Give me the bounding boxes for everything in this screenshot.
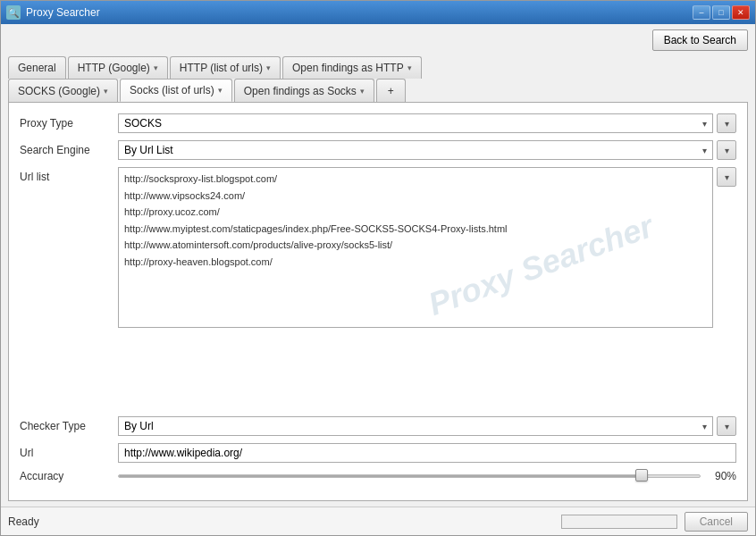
list-item: http://www.myiptest.com/staticpages/inde…	[124, 222, 707, 238]
url-list-control: http://socksproxy-list.blogspot.com/ htt…	[118, 167, 736, 328]
progress-bar	[561, 515, 677, 529]
proxy-type-control: SOCKS ▾ ▾	[118, 113, 736, 133]
list-item: http://proxy.ucoz.com/	[124, 205, 707, 221]
app-icon: 🔍	[6, 5, 21, 20]
minimize-button[interactable]: –	[693, 5, 710, 20]
tab-add[interactable]: +	[376, 79, 406, 102]
tab-open-http[interactable]: Open findings as HTTP ▾	[282, 56, 422, 79]
checker-type-dropdown-btn[interactable]: ▾	[717, 416, 736, 436]
window-title: Proxy Searcher	[26, 6, 100, 19]
status-right: Cancel	[561, 512, 748, 532]
checker-type-label: Checker Type	[20, 420, 118, 432]
search-engine-control: By Url List ▾ ▾	[118, 140, 736, 160]
chevron-down-icon: ▾	[266, 63, 271, 72]
search-engine-select[interactable]: By Url List ▾	[118, 140, 713, 160]
dropdown-arrow-icon: ▾	[702, 146, 707, 155]
tab-socks-google[interactable]: SOCKS (Google) ▾	[8, 79, 118, 102]
content-area: Back to Search General HTTP (Google) ▾ H…	[1, 24, 755, 501]
url-list-textarea[interactable]: http://socksproxy-list.blogspot.com/ htt…	[118, 167, 713, 328]
proxy-type-row: Proxy Type SOCKS ▾ ▾	[20, 113, 736, 133]
url-row: Url	[20, 443, 736, 463]
chevron-down-icon: ▾	[154, 63, 158, 72]
chevron-down-icon: ▾	[360, 87, 365, 96]
dropdown-arrow-icon: ▾	[702, 119, 707, 129]
tab-socks-urls[interactable]: Socks (list of urls) ▾	[120, 79, 232, 102]
main-window: 🔍 Proxy Searcher – □ ✕ Back to Search Ge…	[0, 0, 756, 536]
accuracy-label: Accuracy	[20, 470, 118, 482]
slider-thumb[interactable]	[635, 469, 648, 482]
checker-type-select[interactable]: By Url ▾	[118, 416, 713, 436]
top-bar: Back to Search	[8, 29, 748, 51]
chevron-down-icon: ▾	[218, 86, 223, 95]
back-to-search-button[interactable]: Back to Search	[652, 29, 748, 51]
url-label: Url	[20, 447, 118, 459]
accuracy-slider-wrap: 90%	[118, 470, 736, 482]
status-text: Ready	[8, 515, 39, 528]
tab-open-socks[interactable]: Open findings as Socks ▾	[234, 79, 374, 102]
status-bar: Ready Cancel	[1, 507, 755, 535]
url-list-row: Url list http://socksproxy-list.blogspot…	[20, 167, 736, 409]
list-item: http://socksproxy-list.blogspot.com/	[124, 172, 707, 188]
tab-http-urls[interactable]: HTTP (list of urls) ▾	[170, 56, 281, 79]
dropdown-arrow-icon: ▾	[702, 422, 707, 431]
slider-fill	[119, 475, 642, 477]
tab-http-google[interactable]: HTTP (Google) ▾	[68, 56, 168, 79]
search-engine-dropdown-btn[interactable]: ▾	[717, 140, 736, 160]
list-item: http://proxy-heaven.blogspot.com/	[124, 255, 707, 271]
accuracy-slider[interactable]	[118, 474, 701, 478]
proxy-type-dropdown-btn[interactable]: ▾	[717, 113, 736, 133]
list-item: http://www.vipsocks24.com/	[124, 188, 707, 205]
accuracy-value: 90%	[708, 470, 736, 482]
checker-type-control: By Url ▾ ▾	[118, 416, 736, 436]
window-controls: – □ ✕	[693, 5, 750, 20]
tab-general[interactable]: General	[8, 56, 66, 79]
title-bar-left: 🔍 Proxy Searcher	[6, 5, 100, 20]
tabs-row2: SOCKS (Google) ▾ Socks (list of urls) ▾ …	[8, 79, 748, 102]
url-control	[118, 443, 736, 463]
search-engine-label: Search Engine	[20, 144, 118, 156]
checker-type-row: Checker Type By Url ▾ ▾	[20, 416, 736, 436]
proxy-type-select[interactable]: SOCKS ▾	[118, 113, 713, 133]
accuracy-control: 90%	[118, 470, 736, 482]
title-bar: 🔍 Proxy Searcher – □ ✕	[1, 1, 755, 24]
maximize-button[interactable]: □	[712, 5, 730, 20]
chevron-down-icon: ▾	[407, 63, 412, 72]
cancel-button[interactable]: Cancel	[685, 512, 748, 532]
main-panel: Proxy Type SOCKS ▾ ▾ Search Engine By Ur…	[8, 102, 748, 501]
accuracy-row: Accuracy 90%	[20, 470, 736, 482]
tabs-row1: General HTTP (Google) ▾ HTTP (list of ur…	[8, 56, 748, 79]
url-list-dropdown-btn[interactable]: ▾	[717, 167, 736, 187]
url-list-label: Url list	[20, 167, 118, 183]
close-button[interactable]: ✕	[732, 5, 750, 20]
chevron-down-icon: ▾	[104, 87, 108, 96]
proxy-type-label: Proxy Type	[20, 117, 118, 130]
list-item: http://www.atomintersoft.com/products/al…	[124, 238, 707, 254]
search-engine-row: Search Engine By Url List ▾ ▾	[20, 140, 736, 160]
url-input[interactable]	[118, 443, 736, 463]
